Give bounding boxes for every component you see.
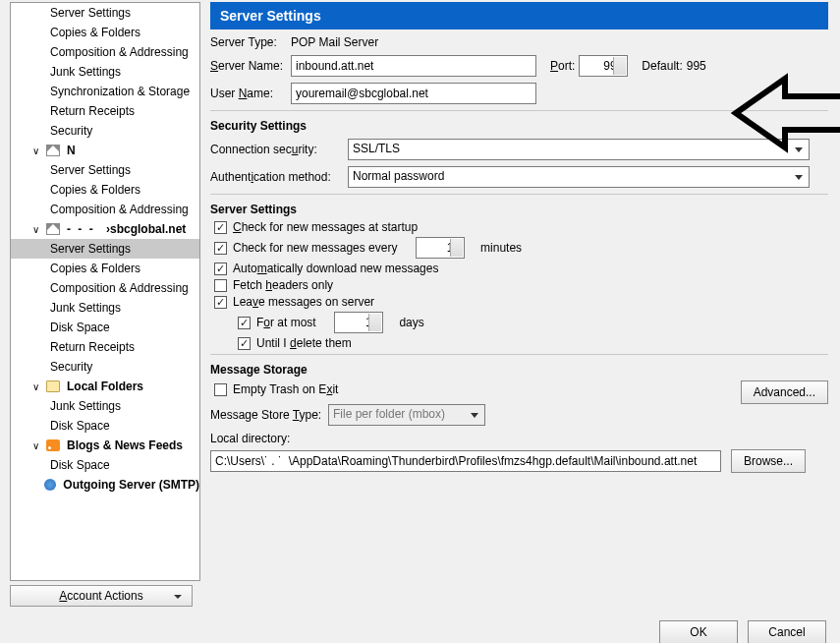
- auth-method-select[interactable]: Normal password: [348, 166, 810, 188]
- server-type-value: POP Mail Server: [291, 35, 378, 49]
- tree-return-receipts[interactable]: Return Receipts: [11, 101, 199, 121]
- tree-local-junk[interactable]: Junk Settings: [11, 396, 199, 416]
- fetch-headers-label: Fetch headers only: [233, 278, 333, 292]
- blogs-label: Blogs & News Feeds: [67, 438, 183, 452]
- tree-security[interactable]: Security: [11, 121, 199, 141]
- browse-button[interactable]: Browse...: [731, 449, 806, 473]
- check-every-label: Check for new messages every: [233, 241, 397, 255]
- tree-sync-storage[interactable]: Synchronization & Storage: [11, 82, 199, 101]
- account-2-label: N: [67, 144, 76, 157]
- until-delete-checkbox[interactable]: [238, 337, 251, 350]
- tree-sbc-server[interactable]: Server Settings: [11, 239, 199, 259]
- account-actions-button[interactable]: Account Actions: [10, 585, 193, 607]
- store-type-label: Message Store Type:: [210, 408, 328, 422]
- minutes-label: minutes: [480, 241, 522, 255]
- advanced-button[interactable]: Advanced...: [741, 380, 828, 404]
- message-storage-head: Message Storage: [210, 363, 828, 377]
- check-every-input[interactable]: [416, 237, 465, 259]
- days-label: days: [399, 316, 423, 329]
- twisty-icon[interactable]: [32, 144, 42, 157]
- connection-security-select[interactable]: SSL/TLS: [348, 139, 810, 160]
- for-at-most-label: For at most: [256, 316, 316, 329]
- auth-method-label: Authentication method:: [210, 170, 348, 184]
- user-name-input[interactable]: [291, 83, 536, 104]
- auto-download-label: Automatically download new messages: [233, 262, 438, 275]
- until-delete-label: Until I delete them: [256, 336, 352, 350]
- twisty-icon[interactable]: [32, 438, 42, 452]
- store-type-select: File per folder (mbox): [328, 404, 485, 426]
- default-port-value: 995: [687, 59, 706, 73]
- tree-local-folders[interactable]: Local Folders: [11, 377, 199, 396]
- tree-sbc-copies[interactable]: Copies & Folders: [11, 259, 199, 278]
- tree-account-sbcglobal[interactable]: - - - ›sbcglobal.net: [11, 219, 199, 239]
- rss-icon: [46, 439, 60, 451]
- default-label: Default:: [642, 59, 682, 73]
- tree-sbc-security[interactable]: Security: [11, 357, 199, 377]
- tree-outgoing-smtp[interactable]: Outgoing Server (SMTP): [11, 475, 199, 495]
- globe-icon: [44, 479, 56, 491]
- twisty-icon[interactable]: [32, 222, 42, 236]
- tree-blogs-feeds[interactable]: Blogs & News Feeds: [11, 436, 199, 455]
- mail-icon: [46, 145, 60, 156]
- server-settings-head: Server Settings: [210, 203, 828, 216]
- tree-server-settings[interactable]: Server Settings: [11, 3, 199, 23]
- tree-local-disk[interactable]: Disk Space: [11, 416, 199, 436]
- cancel-button[interactable]: Cancel: [748, 620, 826, 643]
- local-dir-label: Local directory:: [210, 432, 828, 445]
- tree-a2-copies[interactable]: Copies & Folders: [11, 180, 199, 200]
- leave-on-server-label: Leave messages on server: [233, 295, 374, 309]
- empty-trash-label: Empty Trash on Exit: [233, 382, 338, 396]
- account-tree[interactable]: Server Settings Copies & Folders Composi…: [10, 2, 200, 581]
- server-name-label: Server Name:: [210, 59, 291, 73]
- folder-icon: [46, 380, 60, 392]
- local-folders-label: Local Folders: [67, 380, 143, 393]
- empty-trash-checkbox[interactable]: [214, 383, 227, 396]
- local-dir-input[interactable]: [210, 450, 721, 472]
- check-every-checkbox[interactable]: [214, 242, 227, 255]
- tree-a2-server[interactable]: Server Settings: [11, 160, 199, 180]
- fetch-headers-checkbox[interactable]: [214, 279, 227, 292]
- tree-a2-composition[interactable]: Composition & Addressing: [11, 200, 199, 219]
- tree-composition[interactable]: Composition & Addressing: [11, 42, 199, 62]
- page-title: Server Settings: [210, 2, 828, 29]
- check-startup-label: Check for new messages at startup: [233, 220, 418, 234]
- auto-download-checkbox[interactable]: [214, 263, 227, 275]
- tree-blogs-disk[interactable]: Disk Space: [11, 455, 199, 475]
- server-type-label: Server Type:: [210, 35, 291, 49]
- twisty-icon[interactable]: [32, 380, 42, 393]
- tree-sbc-junk[interactable]: Junk Settings: [11, 298, 199, 318]
- security-settings-head: Security Settings: [210, 119, 828, 133]
- for-at-most-input[interactable]: [334, 312, 383, 333]
- account-sbc-label: ›sbcglobal.net: [106, 222, 186, 236]
- tree-sbc-receipts[interactable]: Return Receipts: [11, 337, 199, 357]
- tree-copies-folders[interactable]: Copies & Folders: [11, 23, 199, 42]
- tree-sbc-disk[interactable]: Disk Space: [11, 318, 199, 337]
- port-label: Port:: [550, 59, 575, 73]
- mail-icon: [46, 223, 60, 235]
- ok-button[interactable]: OK: [659, 620, 738, 643]
- port-input[interactable]: [579, 55, 628, 77]
- tree-sbc-composition[interactable]: Composition & Addressing: [11, 278, 199, 298]
- user-name-label: User Name:: [210, 87, 291, 100]
- server-name-input[interactable]: [291, 55, 536, 77]
- leave-on-server-checkbox[interactable]: [214, 296, 227, 309]
- tree-junk[interactable]: Junk Settings: [11, 62, 199, 82]
- outgoing-label: Outgoing Server (SMTP): [63, 478, 199, 492]
- tree-account-2[interactable]: N: [11, 141, 199, 160]
- connection-security-label: Connection security:: [210, 143, 348, 156]
- check-startup-checkbox[interactable]: [214, 221, 227, 234]
- settings-pane: Server Settings Server Type: POP Mail Se…: [200, 0, 840, 585]
- for-at-most-checkbox[interactable]: [238, 317, 251, 329]
